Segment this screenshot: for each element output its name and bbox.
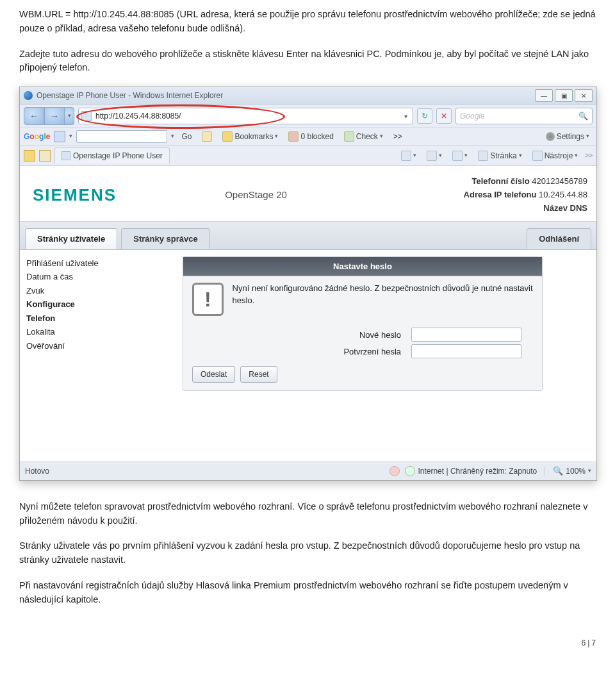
key-name: Enter: [286, 49, 309, 59]
close-button[interactable]: ✕: [575, 89, 593, 102]
back-button[interactable]: ←: [24, 107, 44, 125]
search-icon[interactable]: 🔍: [578, 110, 588, 122]
window-title: Openstage IP Phone User - Windows Intern…: [37, 90, 223, 101]
toolbar-search-input[interactable]: [76, 130, 167, 143]
google-logo: Google: [24, 131, 50, 142]
security-icon: [390, 466, 400, 476]
siemens-logo: SIEMENS: [29, 183, 129, 208]
google-toolbar: Google ▾ ▾ Go Bookmarks▾ 0 blocked Check…: [20, 128, 596, 146]
zone-icon: [405, 466, 415, 476]
tab-admin-pages[interactable]: Stránky správce: [121, 228, 209, 249]
new-password-input[interactable]: [411, 328, 521, 342]
tab-icon: [62, 151, 70, 160]
feed-icon: [427, 151, 437, 161]
sidebar-item[interactable]: Lokalita: [26, 325, 122, 339]
confirm-password-label: Potvrzení hesla: [228, 346, 411, 358]
sidebar-item[interactable]: Datum a čas: [26, 270, 122, 284]
forward-button[interactable]: →: [44, 107, 65, 125]
page-menu[interactable]: Stránka ▾: [475, 149, 525, 163]
password-dialog: Nastavte heslo ! Nyní není konfigurováno…: [183, 256, 543, 392]
side-nav: Přihlášení uživatele Datum a čas Zvuk Ko…: [20, 250, 129, 392]
check-button[interactable]: Check ▾: [341, 131, 386, 142]
home-icon: [401, 151, 411, 161]
paragraph-4: Stránky uživatele vás po prvním přihláše…: [19, 539, 596, 567]
history-dropdown[interactable]: ▾: [65, 107, 74, 125]
settings-button[interactable]: Settings▾: [543, 131, 593, 142]
sidebar-item[interactable]: Ověřování: [26, 339, 122, 353]
tools-icon: [532, 151, 543, 161]
sidebar-item[interactable]: Přihlášení uživatele: [26, 256, 122, 271]
nav-row: ← → ▾ http://10.245.44.88:8085/ ▾ ↻ ✕ Go…: [20, 104, 596, 128]
browser-window: Openstage IP Phone User - Windows Intern…: [19, 87, 597, 481]
search-placeholder: Google: [460, 110, 578, 122]
main-tabbar: Stránky uživatele Stránky správce Odhláš…: [20, 222, 596, 250]
paragraph-3: Nyní můžete telefon spravovat prostředni…: [19, 500, 596, 528]
dns-label: Název DNS: [543, 203, 587, 213]
star-icon: [222, 131, 233, 142]
page-header: SIEMENS OpenStage 20 Telefonní číslo 420…: [20, 166, 596, 222]
zoom-control[interactable]: 🔍100% ▾: [553, 465, 591, 478]
toolbar-more[interactable]: >>: [390, 131, 406, 142]
page-number-right: 7: [591, 638, 596, 647]
confirm-password-input[interactable]: [411, 344, 521, 358]
maximize-button[interactable]: ▣: [555, 89, 573, 102]
sidebar-item[interactable]: Konfigurace: [26, 297, 122, 312]
block-icon: [288, 131, 299, 142]
zoom-icon: 🔍: [553, 465, 563, 478]
phone-info: Telefonní číslo 420123456789 Adresa IP t…: [382, 175, 587, 215]
feeds-button[interactable]: ▾: [423, 149, 445, 162]
status-bar: Hotovo Internet | Chráněný režim: Zapnut…: [20, 462, 596, 480]
browser-tab[interactable]: Openstage IP Phone User: [54, 147, 170, 163]
check-icon: [344, 131, 354, 142]
page-footer: 6|7: [19, 618, 596, 649]
print-button[interactable]: ▾: [449, 149, 471, 162]
ie-icon: [24, 91, 33, 100]
print-icon: [452, 151, 463, 161]
favorites-add-icon[interactable]: [39, 150, 51, 162]
blocked-button[interactable]: 0 blocked: [285, 131, 336, 142]
sidebar-item[interactable]: Zvuk: [26, 284, 122, 298]
paragraph-1: WBM.URL = http://10.245.44.88:8085 (URL …: [19, 8, 596, 36]
tab-row: Openstage IP Phone User ▾ ▾ ▾ Stránka ▾ …: [20, 146, 596, 166]
tel-value: 420123456789: [532, 176, 587, 186]
refresh-button[interactable]: ↻: [417, 108, 432, 124]
stop-button[interactable]: ✕: [436, 108, 452, 124]
pin-icon[interactable]: [202, 131, 212, 142]
minimize-button[interactable]: —: [535, 89, 553, 102]
main-pane: Nastavte heslo ! Nyní není konfigurováno…: [129, 250, 596, 392]
sidebar-item[interactable]: Telefon: [26, 312, 122, 326]
zoom-value: 100%: [566, 465, 586, 477]
dialog-message: Nyní není konfigurováno žádné heslo. Z b…: [233, 283, 533, 307]
address-bar[interactable]: http://10.245.44.88:8085/ ▾: [78, 108, 413, 124]
favorites-icon[interactable]: [24, 150, 35, 162]
status-text: Hotovo: [25, 465, 49, 477]
page-icon-2: [478, 151, 488, 161]
ip-value: 10.245.44.88: [539, 190, 587, 199]
new-password-label: Nové heslo: [228, 329, 411, 342]
tab-logout[interactable]: Odhlášení: [527, 228, 591, 249]
reset-button[interactable]: Reset: [240, 366, 277, 383]
dialog-title: Nastavte heslo: [183, 257, 542, 277]
g-dropdown[interactable]: [54, 131, 65, 142]
page-icon: [81, 111, 92, 121]
text: Zadejte tuto adresu do webového prohlíže…: [19, 49, 286, 59]
gear-icon: [546, 132, 555, 141]
tools-menu[interactable]: Nástroje ▾: [529, 149, 582, 163]
warning-icon: !: [192, 283, 224, 316]
home-button[interactable]: ▾: [398, 149, 420, 162]
bookmarks-button[interactable]: Bookmarks▾: [219, 131, 281, 142]
addr-dropdown[interactable]: ▾: [402, 112, 410, 121]
tab-label: Openstage IP Phone User: [73, 150, 163, 162]
product-name: OpenStage 20: [129, 188, 382, 203]
submit-button[interactable]: Odeslat: [192, 366, 235, 383]
text: WBM.URL = http://10.245.44.88:8085 (URL …: [19, 9, 596, 33]
search-box[interactable]: Google 🔍: [455, 108, 593, 124]
tel-label: Telefonní číslo: [472, 176, 530, 186]
page-content: SIEMENS OpenStage 20 Telefonní číslo 420…: [20, 166, 596, 462]
paragraph-5: Při nastavování registračních údajů služ…: [19, 579, 596, 607]
ribbon-more[interactable]: >>: [585, 151, 593, 160]
ip-label: Adresa IP telefonu: [464, 190, 537, 199]
go-button[interactable]: Go: [178, 131, 195, 142]
paragraph-2: Zadejte tuto adresu do webového prohlíže…: [19, 47, 596, 76]
tab-user-pages[interactable]: Stránky uživatele: [25, 228, 117, 249]
